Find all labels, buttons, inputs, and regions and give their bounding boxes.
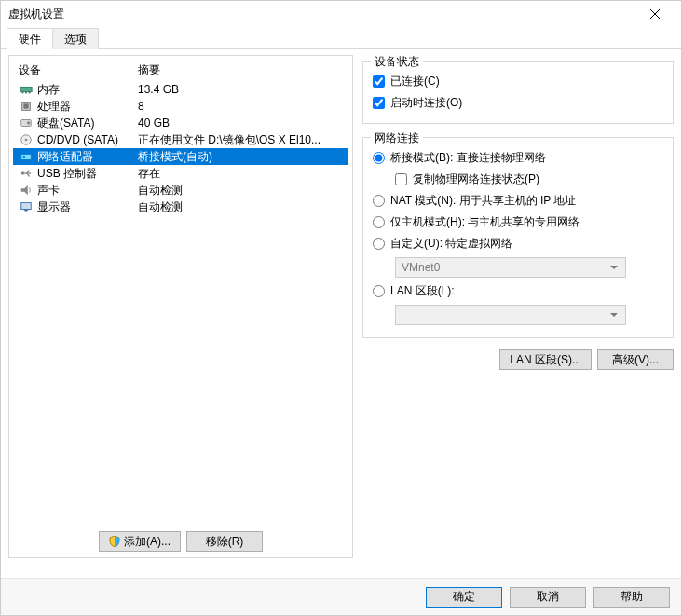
window-title: 虚拟机设置: [8, 7, 636, 22]
hw-row-display[interactable]: 显示器 自动检测: [13, 198, 348, 215]
sound-icon: [19, 183, 34, 198]
svg-rect-7: [23, 103, 28, 108]
custom-label: 自定义(U): 特定虚拟网络: [390, 236, 512, 252]
hardware-panel: 设备 摘要 内存 13.4 GB 处理器 8 硬盘(SATA) 40 GB CD…: [8, 55, 353, 558]
display-icon: [19, 199, 34, 214]
add-button-label: 添加(A)...: [124, 534, 170, 550]
col-summary: 摘要: [138, 62, 343, 78]
hw-name: 内存: [37, 82, 138, 98]
hw-name: 硬盘(SATA): [37, 116, 138, 131]
tab-hardware[interactable]: 硬件: [7, 28, 53, 49]
hw-row-network[interactable]: 网络适配器 桥接模式(自动): [13, 148, 348, 165]
close-button[interactable]: [636, 1, 674, 27]
custom-radio[interactable]: [373, 238, 385, 250]
connected-label: 已连接(C): [390, 74, 440, 89]
hostonly-radio[interactable]: [373, 216, 385, 228]
hw-row-cd[interactable]: CD/DVD (SATA) 正在使用文件 D:\镜像包\OS X El10...: [13, 131, 348, 148]
lan-segment-combo: [395, 305, 626, 325]
lan-segment-radio-row[interactable]: LAN 区段(L):: [373, 281, 663, 302]
hw-name: 处理器: [37, 99, 138, 115]
svg-rect-13: [23, 156, 26, 158]
hardware-list-header: 设备 摘要: [13, 60, 348, 81]
network-connection-title: 网络连接: [371, 130, 423, 146]
cpu-icon: [19, 99, 34, 114]
nic-icon: [19, 149, 34, 164]
hw-summary: 桥接模式(自动): [138, 149, 343, 165]
custom-radio-row[interactable]: 自定义(U): 特定虚拟网络: [373, 233, 663, 254]
disk-icon: [19, 116, 34, 130]
lan-segment-label: LAN 区段(L):: [390, 283, 455, 299]
svg-marker-18: [21, 185, 28, 196]
help-button[interactable]: 帮助: [593, 587, 670, 608]
dialog-footer: 确定 取消 帮助: [1, 578, 681, 615]
svg-rect-12: [21, 154, 32, 159]
shield-icon: [109, 536, 120, 547]
svg-rect-3: [22, 92, 24, 94]
hw-summary: 8: [138, 100, 343, 113]
connected-checkbox[interactable]: [373, 75, 385, 88]
device-status-group: 设备状态 已连接(C) 启动时连接(O): [362, 61, 674, 124]
advanced-button[interactable]: 高级(V)...: [597, 349, 674, 370]
hostonly-radio-row[interactable]: 仅主机模式(H): 与主机共享的专用网络: [373, 212, 663, 233]
svg-rect-4: [25, 92, 27, 94]
lan-segment-radio[interactable]: [373, 285, 385, 297]
hostonly-label: 仅主机模式(H): 与主机共享的专用网络: [390, 214, 580, 230]
hw-summary: 自动检测: [138, 199, 343, 215]
svg-rect-5: [29, 92, 31, 94]
remove-button[interactable]: 移除(R): [186, 531, 263, 552]
memory-icon: [19, 82, 34, 97]
cancel-button[interactable]: 取消: [510, 587, 586, 608]
replicate-checkbox[interactable]: [395, 173, 407, 185]
poweron-checkbox-row[interactable]: 启动时连接(O): [373, 92, 663, 114]
hardware-list[interactable]: 设备 摘要 内存 13.4 GB 处理器 8 硬盘(SATA) 40 GB CD…: [13, 60, 348, 526]
bridged-label: 桥接模式(B): 直接连接物理网络: [390, 150, 546, 166]
bridged-radio[interactable]: [373, 152, 385, 164]
hw-summary: 自动检测: [138, 183, 343, 198]
hw-row-sound[interactable]: 声卡 自动检测: [13, 182, 348, 198]
hw-row-memory[interactable]: 内存 13.4 GB: [13, 81, 348, 98]
svg-point-11: [25, 139, 28, 142]
hw-row-cpu[interactable]: 处理器 8: [13, 98, 348, 115]
nat-radio-row[interactable]: NAT 模式(N): 用于共享主机的 IP 地址: [373, 190, 663, 212]
connected-checkbox-row[interactable]: 已连接(C): [373, 71, 663, 92]
hw-summary: 13.4 GB: [138, 83, 343, 96]
hw-name: 网络适配器: [37, 149, 138, 165]
poweron-checkbox[interactable]: [373, 97, 385, 109]
lan-segments-button[interactable]: LAN 区段(S)...: [499, 349, 592, 370]
network-connection-group: 网络连接 桥接模式(B): 直接连接物理网络 复制物理网络连接状态(P) NAT…: [362, 137, 674, 338]
nat-radio[interactable]: [373, 195, 385, 207]
replicate-label: 复制物理网络连接状态(P): [413, 171, 539, 187]
ok-button[interactable]: 确定: [426, 587, 502, 608]
cd-icon: [19, 132, 34, 147]
hw-name: 显示器: [37, 199, 138, 215]
bridged-radio-row[interactable]: 桥接模式(B): 直接连接物理网络: [373, 147, 663, 169]
svg-rect-2: [20, 87, 32, 91]
svg-rect-20: [24, 210, 28, 212]
custom-vmnet-combo: VMnet0: [395, 257, 626, 278]
add-button[interactable]: 添加(A)...: [99, 531, 181, 552]
hw-row-disk[interactable]: 硬盘(SATA) 40 GB: [13, 115, 348, 131]
svg-rect-19: [21, 203, 32, 210]
hw-summary: 正在使用文件 D:\镜像包\OS X El10...: [138, 132, 343, 148]
hw-summary: 存在: [138, 166, 343, 182]
hw-name: CD/DVD (SATA): [37, 133, 138, 146]
hw-name: 声卡: [37, 183, 138, 198]
close-icon: [650, 9, 660, 19]
tab-options[interactable]: 选项: [52, 28, 99, 49]
hw-name: USB 控制器: [37, 166, 138, 182]
replicate-checkbox-row[interactable]: 复制物理网络连接状态(P): [373, 169, 663, 190]
svg-point-9: [27, 121, 31, 125]
poweron-label: 启动时连接(O): [390, 95, 462, 111]
nat-label: NAT 模式(N): 用于共享主机的 IP 地址: [390, 193, 576, 209]
device-status-title: 设备状态: [371, 54, 423, 70]
col-device: 设备: [19, 62, 138, 78]
hw-summary: 40 GB: [138, 116, 343, 130]
hw-row-usb[interactable]: USB 控制器 存在: [13, 165, 348, 182]
usb-icon: [19, 166, 34, 181]
